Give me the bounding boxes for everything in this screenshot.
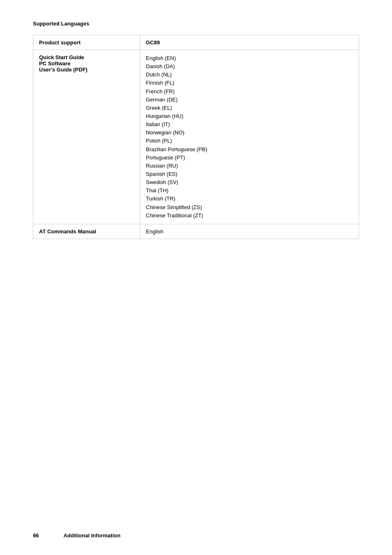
table-row: Product support GC89: [33, 35, 359, 50]
page-number: 96: [33, 532, 39, 539]
list-item: Chinese Traditional (ZT): [146, 212, 353, 220]
section-heading: Supported Languages: [33, 21, 359, 27]
pc-software-label: PC Software: [39, 60, 134, 67]
guide-labels: Quick Start Guide PC Software User's Gui…: [33, 50, 140, 224]
users-guide-label: User's Guide (PDF): [39, 67, 134, 73]
list-item: English (EN): [146, 54, 353, 62]
list-item: Norwegian (NO): [146, 129, 353, 137]
list-item: Italian (IT): [146, 120, 353, 129]
list-item: Dutch (NL): [146, 71, 353, 79]
list-item: Swedish (SV): [146, 178, 353, 187]
table-row: Quick Start Guide PC Software User's Gui…: [33, 50, 359, 224]
languages-list: English (EN) Danish (DA) Dutch (NL) Finn…: [140, 50, 359, 224]
list-item: Brazilian Portuguese (PB): [146, 145, 353, 154]
list-item: Portuguese (PT): [146, 154, 353, 162]
list-item: French (FR): [146, 88, 353, 96]
product-support-label: Product support: [33, 35, 140, 50]
footer-title: Additional Information: [63, 532, 120, 539]
list-item: Thai (TH): [146, 187, 353, 195]
list-item: Chinese Simplified (ZS): [146, 203, 353, 212]
page-container: Supported Languages Product support GC89…: [0, 0, 392, 272]
list-item: Spanish (ES): [146, 170, 353, 178]
at-commands-language: English: [140, 224, 359, 239]
list-item: Finnish (FL): [146, 79, 353, 87]
gc89-header: GC89: [140, 35, 359, 50]
list-item: Danish (DA): [146, 62, 353, 71]
list-item: Hungarian (HU): [146, 112, 353, 120]
list-item: German (DE): [146, 96, 353, 104]
table-row: AT Commands Manual English: [33, 224, 359, 239]
list-item: Greek (EL): [146, 104, 353, 112]
supported-languages-table: Product support GC89 Quick Start Guide P…: [33, 35, 359, 239]
list-item: Russian (RU): [146, 162, 353, 170]
quick-start-guide-label: Quick Start Guide: [39, 54, 134, 60]
page-footer: 96 Additional Information: [33, 532, 359, 539]
language-items: English (EN) Danish (DA) Dutch (NL) Finn…: [146, 54, 353, 220]
list-item: Polish (PL): [146, 137, 353, 145]
at-commands-label: AT Commands Manual: [33, 224, 140, 239]
list-item: Turkish (TR): [146, 195, 353, 203]
